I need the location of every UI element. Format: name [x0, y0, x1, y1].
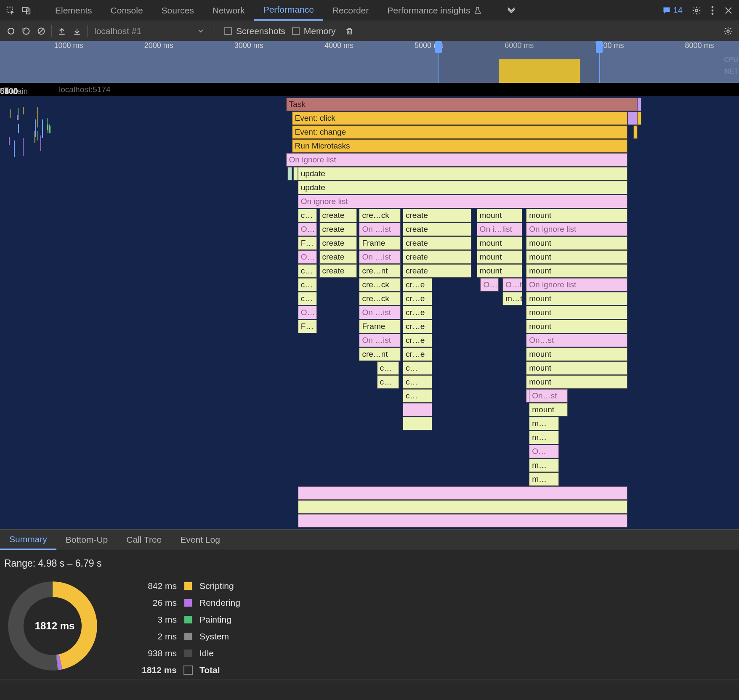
flame-bar[interactable]: Event: change: [292, 125, 627, 139]
flame-bar[interactable]: F…: [298, 236, 317, 250]
flame-bar[interactable]: create: [403, 250, 471, 264]
flame-bar[interactable]: mount: [526, 306, 627, 319]
flame-bar[interactable]: [298, 486, 627, 500]
flame-bar[interactable]: mount: [477, 264, 523, 278]
flame-bar[interactable]: mount: [526, 209, 627, 222]
flame-bar[interactable]: m…: [529, 417, 558, 430]
clear-button[interactable]: [34, 24, 49, 39]
flame-bar[interactable]: cr…e: [403, 278, 432, 292]
flame-bar[interactable]: m…: [529, 431, 558, 444]
flame-bar[interactable]: [637, 111, 642, 125]
flame-bar[interactable]: [298, 514, 627, 528]
flame-bar[interactable]: [298, 500, 627, 514]
tab-event-log[interactable]: Event Log: [171, 530, 229, 550]
flame-bar[interactable]: On ignore list: [286, 153, 627, 167]
flame-bar[interactable]: On…st: [529, 389, 567, 403]
flame-bar[interactable]: mount: [526, 361, 627, 375]
flame-bar[interactable]: O…: [298, 306, 317, 319]
flame-bar[interactable]: F…: [298, 320, 317, 333]
flame-bar[interactable]: cr…e: [403, 347, 432, 361]
flame-bar[interactable]: cr…e: [403, 320, 432, 333]
capture-settings-gear-icon[interactable]: [720, 24, 736, 39]
flame-bar[interactable]: mount: [526, 264, 627, 278]
flame-bar[interactable]: [637, 98, 642, 111]
tab-console[interactable]: Console: [101, 0, 152, 21]
tab-network[interactable]: Network: [203, 0, 254, 21]
download-profile-button[interactable]: [69, 24, 85, 39]
tab-elements[interactable]: Elements: [46, 0, 101, 21]
flame-bar[interactable]: c…: [298, 278, 317, 292]
flame-bar[interactable]: mount: [477, 250, 523, 264]
flame-bar[interactable]: Event: click: [292, 111, 627, 125]
tab-call-tree[interactable]: Call Tree: [117, 530, 171, 550]
flame-bar[interactable]: On…st: [526, 334, 627, 347]
flame-bar[interactable]: create: [319, 264, 357, 278]
flame-bar[interactable]: On …ist: [359, 223, 400, 236]
flame-bar[interactable]: mount: [526, 347, 627, 361]
upload-profile-button[interactable]: [54, 24, 69, 39]
screenshots-checkbox[interactable]: Screenshots: [224, 26, 285, 36]
flame-bar[interactable]: Task: [286, 98, 637, 111]
flame-bar[interactable]: update: [298, 181, 627, 194]
flame-bar[interactable]: c…: [377, 361, 399, 375]
kebab-menu-icon[interactable]: [704, 3, 720, 19]
flame-bar[interactable]: [627, 111, 637, 125]
flame-bar[interactable]: mount: [529, 403, 567, 416]
flame-bar[interactable]: [403, 403, 432, 416]
flame-bar[interactable]: m…: [529, 472, 558, 486]
flame-bar[interactable]: O…t: [502, 278, 522, 292]
flame-bar[interactable]: On i…list: [477, 223, 523, 236]
flame-bar[interactable]: cre…ck: [359, 278, 400, 292]
reload-record-button[interactable]: [19, 24, 34, 39]
tab-perf-insights[interactable]: Performance insights: [378, 0, 490, 21]
flame-bar[interactable]: create: [319, 209, 357, 222]
flame-bar[interactable]: [403, 417, 432, 430]
flame-bar[interactable]: create: [319, 223, 357, 236]
flame-bar[interactable]: [633, 125, 638, 139]
memory-checkbox[interactable]: Memory: [292, 26, 336, 36]
flame-bar[interactable]: mount: [477, 209, 523, 222]
flame-bar[interactable]: O…: [529, 445, 558, 458]
flame-chart[interactable]: TaskEvent: clickEvent: changeRun Microta…: [0, 96, 739, 529]
flame-bar[interactable]: cre…nt: [359, 347, 400, 361]
flame-bar[interactable]: On ignore list: [298, 195, 627, 208]
flame-bar[interactable]: Run Microtasks: [292, 139, 627, 153]
flame-bar[interactable]: m…: [529, 459, 558, 472]
flame-bar[interactable]: On …ist: [359, 334, 400, 347]
flame-bar[interactable]: create: [319, 236, 357, 250]
flame-bar[interactable]: Frame: [359, 236, 400, 250]
flame-bar[interactable]: [287, 167, 292, 180]
flame-bar[interactable]: [293, 167, 298, 180]
overview-selection[interactable]: [438, 41, 600, 83]
flame-bar[interactable]: On …ist: [359, 250, 400, 264]
flame-bar[interactable]: create: [403, 264, 471, 278]
tab-recorder[interactable]: Recorder: [323, 0, 378, 21]
flame-bar[interactable]: cr…e: [403, 306, 432, 319]
flame-bar[interactable]: O…: [298, 223, 317, 236]
flame-bar[interactable]: cr…e: [403, 292, 432, 305]
flame-bar[interactable]: create: [319, 250, 357, 264]
flame-bar[interactable]: On …ist: [359, 306, 400, 319]
flame-bar[interactable]: cre…ck: [359, 209, 400, 222]
flame-bar[interactable]: mount: [526, 250, 627, 264]
garbage-collect-button[interactable]: [342, 24, 357, 39]
flame-bar[interactable]: cre…ck: [359, 292, 400, 305]
device-toggle-icon[interactable]: [19, 3, 35, 19]
console-messages-badge[interactable]: 14: [662, 5, 683, 15]
flame-bar[interactable]: create: [403, 236, 471, 250]
flame-bar[interactable]: m…t: [502, 292, 522, 305]
flame-bar[interactable]: mount: [526, 236, 627, 250]
flame-bar[interactable]: c…: [403, 375, 432, 389]
flame-bar[interactable]: cre…nt: [359, 264, 400, 278]
tab-performance[interactable]: Performance: [254, 0, 323, 21]
flame-bar[interactable]: mount: [526, 320, 627, 333]
flame-bar[interactable]: On ignore list: [526, 278, 627, 292]
record-button[interactable]: [3, 24, 19, 39]
selection-handle-right[interactable]: [596, 41, 603, 53]
close-icon[interactable]: [720, 3, 736, 19]
flame-bar[interactable]: Frame: [359, 320, 400, 333]
inspect-element-icon[interactable]: [3, 3, 19, 19]
flame-bar[interactable]: O…: [480, 278, 499, 292]
flame-bar[interactable]: On ignore list: [526, 223, 627, 236]
flame-bar[interactable]: c…: [298, 209, 317, 222]
